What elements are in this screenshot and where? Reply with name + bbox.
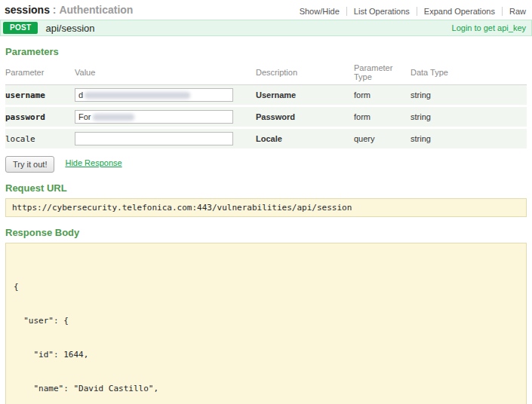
parameters-heading: Parameters: [5, 46, 527, 57]
param-description: Password: [256, 106, 354, 128]
endpoint-path[interactable]: api/session: [45, 23, 94, 34]
param-type: form: [354, 106, 411, 128]
col-value: Value: [75, 59, 256, 85]
param-row-password: password For Password form string: [5, 106, 527, 128]
title-separator: :: [53, 4, 57, 16]
password-input[interactable]: For: [75, 110, 233, 124]
parameters-header-row: Parameter Value Description Parameter Ty…: [5, 59, 527, 85]
parameters-table: Parameter Value Description Parameter Ty…: [5, 59, 527, 151]
request-url-heading: Request URL: [5, 182, 527, 194]
post-method-badge: POST: [3, 22, 38, 34]
json-line: "name": "David Castillo",: [14, 383, 518, 394]
try-it-out-button[interactable]: Try it out!: [5, 156, 54, 173]
hide-response-link[interactable]: Hide Response: [65, 158, 121, 167]
resource-actions: Show/Hide List Operations Expand Operati…: [293, 7, 527, 16]
col-data-type: Data Type: [411, 59, 527, 85]
username-input[interactable]: d: [75, 88, 233, 102]
request-url-value: https://cybersecurity.telefonica.com:443…: [5, 198, 527, 217]
resource-name: sessions: [5, 4, 50, 16]
raw-link[interactable]: Raw: [502, 7, 527, 16]
param-name: locale: [5, 128, 75, 150]
param-row-locale: locale Locale query string: [5, 128, 527, 150]
col-description: Description: [256, 59, 354, 85]
expand-operations-link[interactable]: Expand Operations: [417, 7, 502, 16]
param-name: username: [5, 85, 75, 106]
param-type: query: [354, 128, 411, 150]
page-title: sessions : Authentication: [5, 4, 133, 16]
redacted-username-value: [85, 92, 190, 99]
redacted-password-value: [93, 114, 134, 121]
list-operations-link[interactable]: List Operations: [346, 7, 417, 16]
password-value-text: For: [78, 112, 91, 121]
param-data-type: string: [411, 128, 527, 150]
json-line: "id": 1644,: [14, 349, 518, 360]
param-description: Locale: [256, 128, 354, 150]
try-row: Try it out! Hide Response: [5, 156, 527, 173]
col-parameter: Parameter: [5, 59, 75, 85]
param-description: Username: [256, 85, 354, 106]
operation-content: Parameters Parameter Value Description P…: [0, 46, 532, 404]
response-body-heading: Response Body: [5, 227, 527, 238]
json-line: "user": {: [14, 315, 518, 326]
param-type: form: [354, 85, 411, 106]
locale-input[interactable]: [75, 132, 233, 145]
response-body-json: { "user": { "id": 1644, "name": "David C…: [5, 243, 527, 404]
show-hide-link[interactable]: Show/Hide: [293, 7, 346, 16]
resource-description: Authentication: [59, 4, 133, 16]
login-api-key-link[interactable]: Login to get api_key: [452, 23, 526, 32]
param-name: password: [5, 106, 75, 128]
param-data-type: string: [411, 85, 527, 106]
param-row-username: username d Username form string: [5, 85, 527, 106]
json-line: {: [14, 281, 518, 292]
param-data-type: string: [411, 106, 527, 128]
username-value-text: d: [78, 90, 83, 99]
swagger-page: sessions : Authentication Show/Hide List…: [0, 0, 532, 404]
resource-header: sessions : Authentication Show/Hide List…: [0, 0, 532, 20]
col-parameter-type: Parameter Type: [354, 59, 411, 85]
endpoint-bar[interactable]: POST api/session Login to get api_key: [0, 20, 532, 36]
